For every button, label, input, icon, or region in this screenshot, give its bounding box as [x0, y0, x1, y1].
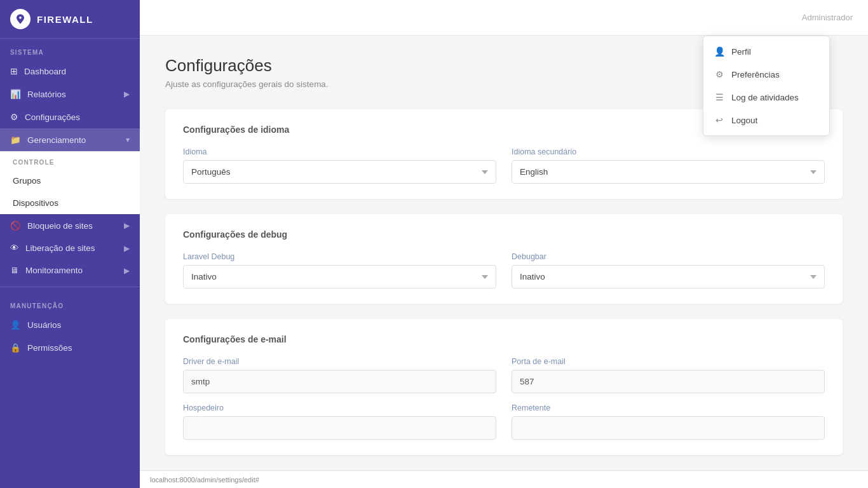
sidebar-item-gerenciamento[interactable]: 📁 Gerenciamento ▾	[0, 128, 140, 151]
lock-icon: 🔒	[10, 342, 21, 353]
idioma-secundario-select[interactable]: English Português Español	[512, 160, 825, 184]
debugbar-field: Debugbar Inativo Ativo	[512, 252, 825, 288]
sidebar-item-dashboard[interactable]: ⊞ Dashboard	[0, 60, 140, 83]
hospedeiro-label: Hospedeiro	[183, 403, 496, 412]
remetente-label: Remetente	[512, 403, 825, 412]
driver-email-label: Driver de e-mail	[183, 357, 496, 366]
email-form-row-1: Driver de e-mail Porta de e-mail	[183, 357, 825, 393]
laravel-debug-field: Laravel Debug Inativo Ativo	[183, 252, 496, 288]
debug-section-title: Configurações de debug	[183, 229, 825, 240]
dropdown-item-label: Preferências	[731, 70, 780, 79]
sidebar-item-label: Permissões	[27, 343, 72, 353]
sidebar-item-configuracoes[interactable]: ⚙ Configurações	[0, 105, 140, 128]
idioma-label: Idioma	[183, 147, 496, 156]
sidebar-item-label: Monitoramento	[25, 266, 83, 275]
laravel-debug-label: Laravel Debug	[183, 252, 496, 261]
sidebar-item-liberacao-sites[interactable]: 👁 Liberação de sites ▶	[0, 237, 140, 259]
sidebar-item-label: Configurações	[25, 112, 80, 122]
chevron-icon: ▶	[124, 266, 130, 275]
admin-button[interactable]: Administrador	[802, 13, 853, 22]
user-dropdown-menu: 👤 Perfil ⚙ Preferências ☰ Log de ativida…	[703, 36, 830, 136]
dropdown-item-logout[interactable]: ↩ Logout	[703, 109, 829, 132]
chevron-icon: ▶	[124, 221, 130, 230]
debugbar-label: Debugbar	[512, 252, 825, 261]
submenu-section-label: CONTROLE	[0, 151, 140, 170]
section-manutencao-label: MANUTENÇÃO	[0, 292, 140, 313]
sidebar-item-label: Dispositivos	[13, 198, 58, 208]
user-icon: 👤	[10, 320, 21, 330]
email-form-row-2: Hospedeiro Remetente	[183, 403, 825, 440]
dropdown-item-label: Logout	[731, 116, 757, 125]
remetente-field: Remetente	[512, 403, 825, 440]
logo-icon	[10, 9, 31, 29]
list-icon: ☰	[714, 92, 725, 102]
sidebar-item-bloqueio-sites[interactable]: 🚫 Bloqueio de sites ▶	[0, 214, 140, 237]
idioma-select[interactable]: Português English Español	[183, 160, 496, 184]
sidebar: FIREWALL SISTEMA ⊞ Dashboard 📊 Relatório…	[0, 0, 140, 488]
email-section: Configurações de e-mail Driver de e-mail…	[165, 319, 843, 455]
remetente-input[interactable]	[512, 416, 825, 440]
bar-chart-icon: 📊	[10, 89, 21, 99]
section-sistema-label: SISTEMA	[0, 39, 140, 60]
idioma-secundario-field: Idioma secundário English Português Espa…	[512, 147, 825, 184]
chevron-down-icon: ▾	[126, 135, 130, 144]
porta-email-label: Porta de e-mail	[512, 357, 825, 366]
monitor-icon: 🖥	[10, 266, 19, 275]
sidebar-item-label: Gerenciamento	[27, 135, 86, 145]
sidebar-item-label: Relatórios	[27, 90, 66, 99]
sidebar-item-monitoramento[interactable]: 🖥 Monitoramento ▶	[0, 259, 140, 281]
folder-icon: 📁	[10, 135, 21, 145]
statusbar: localhost:8000/admin/settings/edit#	[140, 470, 868, 488]
dropdown-item-perfil[interactable]: 👤 Perfil	[703, 40, 829, 63]
debug-form-row: Laravel Debug Inativo Ativo Debugbar Ina…	[183, 252, 825, 288]
sidebar-item-label: Grupos	[13, 176, 41, 186]
main-area: Administrador 👤 Perfil ⚙ Preferências ☰ …	[140, 0, 868, 488]
topbar: Administrador 👤 Perfil ⚙ Preferências ☰ …	[140, 0, 868, 36]
block-icon: 🚫	[10, 220, 21, 231]
sidebar-item-permissoes[interactable]: 🔒 Permissões	[0, 336, 140, 359]
porta-email-input[interactable]	[512, 370, 825, 393]
grid-icon: ⊞	[10, 66, 18, 76]
dropdown-item-label: Perfil	[731, 47, 751, 57]
dropdown-item-log-atividades[interactable]: ☰ Log de atividades	[703, 86, 829, 109]
idioma-field: Idioma Português English Español	[183, 147, 496, 184]
sidebar-item-dispositivos[interactable]: Dispositivos	[0, 192, 140, 214]
debugbar-select[interactable]: Inativo Ativo	[512, 265, 825, 288]
sidebar-item-label: Bloqueio de sites	[27, 221, 93, 231]
laravel-debug-select[interactable]: Inativo Ativo	[183, 265, 496, 288]
sidebar-item-grupos[interactable]: Grupos	[0, 170, 140, 192]
statusbar-url: localhost:8000/admin/settings/edit#	[150, 476, 259, 484]
gerenciamento-submenu: CONTROLE Grupos Dispositivos	[0, 151, 140, 214]
app-name: FIREWALL	[37, 14, 93, 25]
eye-icon: 👁	[10, 243, 19, 253]
sidebar-item-label: Liberação de sites	[25, 243, 95, 253]
hospedeiro-input[interactable]	[183, 416, 496, 440]
gear-icon: ⚙	[10, 112, 18, 122]
sidebar-item-label: Dashboard	[24, 67, 66, 76]
sidebar-item-relatorios[interactable]: 📊 Relatórios ▶	[0, 83, 140, 105]
hospedeiro-field: Hospedeiro	[183, 403, 496, 440]
driver-email-input[interactable]	[183, 370, 496, 393]
email-section-title: Configurações de e-mail	[183, 334, 825, 344]
chevron-icon: ▶	[124, 90, 130, 98]
chevron-icon: ▶	[124, 244, 130, 253]
logout-icon: ↩	[714, 115, 725, 125]
debug-section: Configurações de debug Laravel Debug Ina…	[165, 214, 843, 304]
dropdown-item-preferencias[interactable]: ⚙ Preferências	[703, 63, 829, 86]
sidebar-item-label: Usuários	[27, 320, 61, 330]
porta-email-field: Porta de e-mail	[512, 357, 825, 393]
gear-sm-icon: ⚙	[714, 69, 725, 79]
idioma-secundario-label: Idioma secundário	[512, 147, 825, 156]
logo[interactable]: FIREWALL	[0, 0, 140, 39]
user-circle-icon: 👤	[714, 46, 725, 57]
idioma-form-row: Idioma Português English Español Idioma …	[183, 147, 825, 184]
sidebar-item-usuarios[interactable]: 👤 Usuários	[0, 313, 140, 336]
driver-email-field: Driver de e-mail	[183, 357, 496, 393]
dropdown-item-label: Log de atividades	[731, 93, 799, 102]
